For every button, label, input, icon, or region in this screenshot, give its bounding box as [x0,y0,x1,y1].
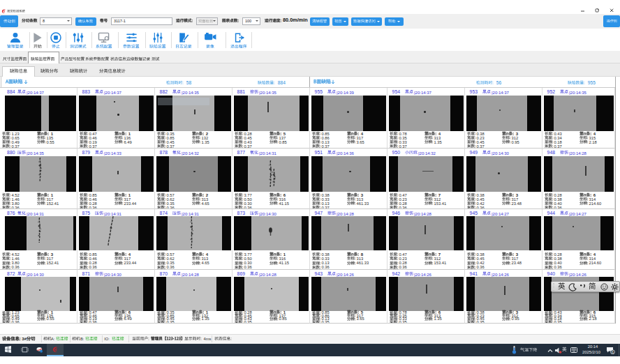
svg-text:6: 6 [612,349,614,354]
